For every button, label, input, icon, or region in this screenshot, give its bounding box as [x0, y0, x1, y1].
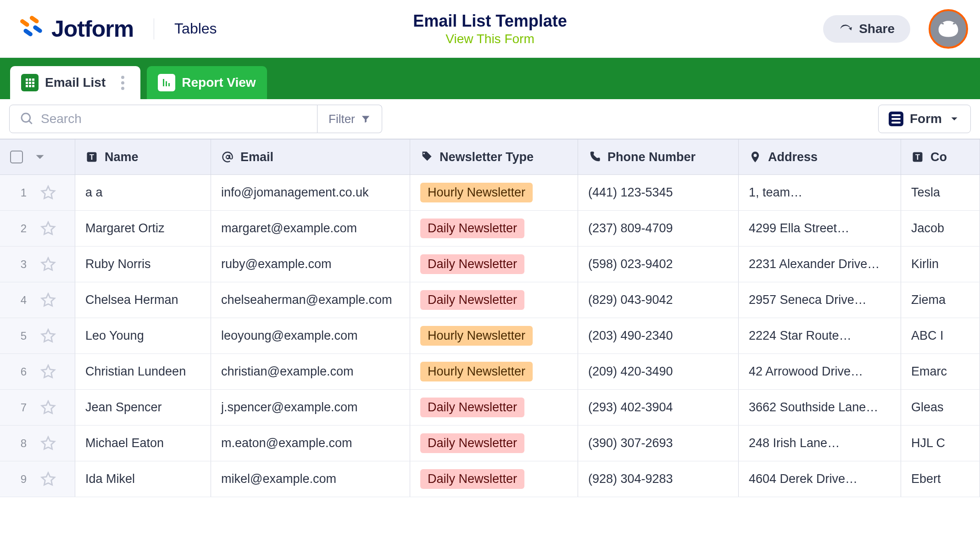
col-header-name[interactable]: T Name: [75, 140, 211, 174]
cell-email[interactable]: mikel@example.com: [211, 461, 410, 497]
cell-email[interactable]: ruby@example.com: [211, 247, 410, 282]
cell-address[interactable]: 2224 Star Route…: [739, 318, 901, 353]
star-icon[interactable]: [40, 221, 56, 236]
cell-company[interactable]: ABC I: [901, 318, 980, 353]
table-row[interactable]: 4Chelsea Hermanchelseaherman@example.com…: [0, 282, 980, 318]
cell-type[interactable]: Hourly Newsletter: [410, 354, 578, 389]
cell-email[interactable]: margaret@example.com: [211, 211, 410, 246]
cell-address[interactable]: 4604 Derek Drive…: [739, 461, 901, 497]
col-header-phone[interactable]: Phone Number: [578, 140, 739, 174]
star-icon[interactable]: [40, 328, 56, 344]
row-gutter[interactable]: 6: [0, 354, 75, 389]
star-icon[interactable]: [40, 471, 56, 487]
table-row[interactable]: 5Leo Youngleoyoung@example.comHourly New…: [0, 318, 980, 354]
table-row[interactable]: 6Christian Lundeenchristian@example.comH…: [0, 354, 980, 390]
tab-report-view[interactable]: Report View: [147, 66, 267, 99]
cell-company[interactable]: Emarc: [901, 354, 980, 389]
table-row[interactable]: 1a ainfo@jomanagement.co.ukHourly Newsle…: [0, 175, 980, 211]
col-header-company[interactable]: T Co: [901, 140, 980, 174]
cell-phone[interactable]: (598) 023-9402: [578, 247, 739, 282]
cell-name[interactable]: Jean Spencer: [75, 390, 211, 425]
cell-address[interactable]: 1, team…: [739, 175, 901, 210]
row-gutter[interactable]: 7: [0, 390, 75, 425]
col-header-address[interactable]: Address: [739, 140, 901, 174]
cell-email[interactable]: chelseaherman@example.com: [211, 282, 410, 318]
cell-address[interactable]: 248 Irish Lane…: [739, 426, 901, 461]
view-form-link[interactable]: View This Form: [413, 32, 567, 46]
cell-company[interactable]: Ziema: [901, 282, 980, 318]
cell-company[interactable]: Gleas: [901, 390, 980, 425]
cell-type[interactable]: Daily Newsletter: [410, 247, 578, 282]
table-row[interactable]: 9Ida Mikelmikel@example.comDaily Newslet…: [0, 461, 980, 497]
table-row[interactable]: 7Jean Spencerj.spencer@example.comDaily …: [0, 390, 980, 426]
row-gutter[interactable]: 4: [0, 282, 75, 318]
cell-name[interactable]: Chelsea Herman: [75, 282, 211, 318]
row-gutter[interactable]: 8: [0, 426, 75, 461]
star-icon[interactable]: [40, 185, 56, 201]
cell-company[interactable]: Kirlin: [901, 247, 980, 282]
cell-email[interactable]: info@jomanagement.co.uk: [211, 175, 410, 210]
row-gutter[interactable]: 5: [0, 318, 75, 353]
cell-name[interactable]: Leo Young: [75, 318, 211, 353]
cell-address[interactable]: 3662 Southside Lane…: [739, 390, 901, 425]
col-header-type[interactable]: Newsletter Type: [410, 140, 578, 174]
cell-phone[interactable]: (441) 123-5345: [578, 175, 739, 210]
cell-name[interactable]: a a: [75, 175, 211, 210]
star-icon[interactable]: [40, 436, 56, 451]
tab-menu-icon[interactable]: [116, 76, 129, 90]
logo[interactable]: Jotform Tables: [18, 16, 217, 42]
cell-phone[interactable]: (209) 420-3490: [578, 354, 739, 389]
chevron-down-icon[interactable]: [32, 149, 48, 165]
select-all-header[interactable]: [0, 140, 75, 174]
cell-email[interactable]: christian@example.com: [211, 354, 410, 389]
cell-type[interactable]: Daily Newsletter: [410, 426, 578, 461]
cell-address[interactable]: 42 Arrowood Drive…: [739, 354, 901, 389]
cell-phone[interactable]: (390) 307-2693: [578, 426, 739, 461]
avatar[interactable]: [929, 9, 968, 49]
cell-type[interactable]: Hourly Newsletter: [410, 175, 578, 210]
cell-phone[interactable]: (829) 043-9042: [578, 282, 739, 318]
cell-type[interactable]: Daily Newsletter: [410, 461, 578, 497]
table-row[interactable]: 8Michael Eatonm.eaton@example.comDaily N…: [0, 426, 980, 461]
cell-name[interactable]: Ida Mikel: [75, 461, 211, 497]
cell-name[interactable]: Margaret Ortiz: [75, 211, 211, 246]
cell-type[interactable]: Daily Newsletter: [410, 390, 578, 425]
star-icon[interactable]: [40, 400, 56, 415]
search-input-wrap[interactable]: [9, 105, 317, 133]
cell-company[interactable]: HJL C: [901, 426, 980, 461]
cell-address[interactable]: 2957 Seneca Drive…: [739, 282, 901, 318]
cell-email[interactable]: m.eaton@example.com: [211, 426, 410, 461]
table-row[interactable]: 3Ruby Norrisruby@example.comDaily Newsle…: [0, 247, 980, 282]
form-button[interactable]: Form: [878, 105, 971, 133]
star-icon[interactable]: [40, 292, 56, 308]
cell-company[interactable]: Jacob: [901, 211, 980, 246]
cell-phone[interactable]: (928) 304-9283: [578, 461, 739, 497]
cell-email[interactable]: leoyoung@example.com: [211, 318, 410, 353]
cell-company[interactable]: Tesla: [901, 175, 980, 210]
cell-email[interactable]: j.spencer@example.com: [211, 390, 410, 425]
col-header-email[interactable]: Email: [211, 140, 410, 174]
cell-phone[interactable]: (293) 402-3904: [578, 390, 739, 425]
row-gutter[interactable]: 3: [0, 247, 75, 282]
share-button[interactable]: Share: [823, 15, 910, 43]
cell-type[interactable]: Hourly Newsletter: [410, 318, 578, 353]
row-gutter[interactable]: 2: [0, 211, 75, 246]
cell-name[interactable]: Michael Eaton: [75, 426, 211, 461]
cell-phone[interactable]: (203) 490-2340: [578, 318, 739, 353]
cell-type[interactable]: Daily Newsletter: [410, 282, 578, 318]
tab-email-list[interactable]: Email List: [10, 66, 140, 99]
cell-company[interactable]: Ebert: [901, 461, 980, 497]
filter-button[interactable]: Filter: [317, 105, 382, 133]
row-gutter[interactable]: 1: [0, 175, 75, 210]
select-all-checkbox[interactable]: [10, 151, 23, 163]
cell-phone[interactable]: (237) 809-4709: [578, 211, 739, 246]
cell-name[interactable]: Christian Lundeen: [75, 354, 211, 389]
star-icon[interactable]: [40, 257, 56, 272]
table-row[interactable]: 2Margaret Ortizmargaret@example.comDaily…: [0, 211, 980, 247]
row-gutter[interactable]: 9: [0, 461, 75, 497]
cell-address[interactable]: 4299 Ella Street…: [739, 211, 901, 246]
search-input[interactable]: [41, 112, 307, 126]
cell-type[interactable]: Daily Newsletter: [410, 211, 578, 246]
cell-name[interactable]: Ruby Norris: [75, 247, 211, 282]
cell-address[interactable]: 2231 Alexander Drive…: [739, 247, 901, 282]
